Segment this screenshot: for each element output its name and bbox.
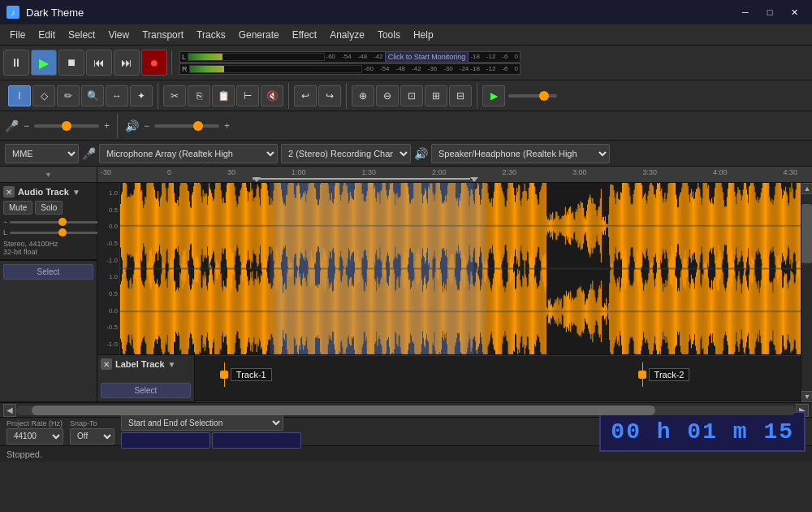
zoom-fit-project-button[interactable]: ⊡ [400,85,423,106]
mic-select[interactable]: Microphone Array (Realtek High [99,144,278,163]
menu-analyze[interactable]: Analyze [323,27,371,43]
track-info: Stereo, 44100Hz 32-bit float [3,240,93,256]
play-button[interactable]: ▶ [31,50,57,76]
menu-select[interactable]: Select [62,27,102,43]
playback-speed-slider[interactable] [508,94,557,98]
record-button[interactable]: ● [141,50,167,76]
skip-end-button[interactable]: ⏭ [114,50,140,76]
menu-edit[interactable]: Edit [32,27,62,43]
click-to-start-label[interactable]: Click to Start Monitoring [385,51,469,63]
solo-button[interactable]: Solo [35,201,63,215]
right-scrollbar[interactable]: ▲ ▼ [801,183,812,402]
redo-button[interactable]: ↪ [318,85,341,106]
selection-format-select[interactable]: Start and End of Selection [121,414,283,431]
label-track-waveform[interactable]: Track-1 Track-2 [195,355,801,401]
status-text: Stopped. [6,449,42,459]
skip-start-button[interactable]: ⏮ [86,50,112,76]
menu-bar: File Edit Select View Transport Tracks G… [0,24,812,46]
audio-track-select-button[interactable]: Select [3,264,93,280]
draw-tool-button[interactable]: ✏ [57,85,80,106]
menu-help[interactable]: Help [407,27,440,43]
zoom-in-button[interactable]: ⊕ [352,85,374,106]
h-scrollbar-track[interactable] [16,406,796,415]
playback-play-button[interactable]: ▶ [482,85,505,106]
undo-section: ↩ ↪ [289,83,347,109]
paste-button[interactable]: 📋 [212,85,235,106]
speaker-icon: 🔊 [125,119,139,132]
label-track-select-button[interactable]: Select [101,383,191,398]
speaker-minus-icon: − [144,120,149,132]
mute-button[interactable]: Mute [3,201,32,215]
speaker-volume-slider[interactable] [154,124,219,128]
gain-minus-icon: − [3,218,7,226]
zoom-fit-width-button[interactable]: ⊞ [425,85,447,106]
maximize-button[interactable]: □ [758,3,781,21]
timeshift-tool-button[interactable]: ↔ [106,85,128,106]
label-track-2-text: Track-2 [649,368,690,381]
waveform-canvas [120,183,801,354]
window-controls: ─ □ ✕ [734,3,806,21]
title-bar: ♪ Dark Theme ─ □ ✕ [0,0,812,24]
trim-button[interactable]: ⊢ [236,85,259,106]
copy-button[interactable]: ⎘ [188,85,210,106]
scroll-left-button[interactable]: ◀ [3,404,16,417]
pan-l-label: L [3,228,7,236]
app-icon: ♪ [6,6,19,19]
zoom-tool-button[interactable]: 🔍 [81,85,104,106]
menu-tools[interactable]: Tools [371,27,407,43]
mic-icon: 🎤 [5,119,19,132]
cut-button[interactable]: ✂ [163,85,186,106]
menu-transport[interactable]: Transport [136,27,190,43]
multi-tool-button[interactable]: ✦ [130,85,153,106]
zoom-section: ⊕ ⊖ ⊡ ⊞ ⊟ [347,83,477,109]
v-scrollbar-track[interactable] [801,194,812,391]
menu-file[interactable]: File [3,27,32,43]
audio-track-panel: ✕ Audio Track ▼ Mute Solo − + L R Stereo… [0,183,97,402]
sep-1 [117,114,118,138]
menu-view[interactable]: View [102,27,136,43]
h-scrollbar-area: ◀ ▶ [0,402,812,417]
stop-button[interactable]: ■ [58,50,84,76]
silence-button[interactable]: 🔇 [261,85,283,106]
audio-track-close-button[interactable]: ✕ [3,186,15,197]
undo-button[interactable]: ↩ [294,85,317,106]
audio-track-dropdown-icon[interactable]: ▼ [72,188,80,197]
snap-to-label: Snap-To [70,419,114,427]
label-track-name: Label Track [115,359,165,369]
volume-toolbar: 🎤 − + 🔊 − + [0,111,812,140]
v-scrollbar-thumb[interactable] [801,204,812,263]
scroll-up-button[interactable]: ▲ [801,183,812,194]
envelope-tool-button[interactable]: ◇ [32,85,55,106]
ruler-marks-container: -300301:001:302:002:303:003:304:004:30 [97,167,801,182]
select-tool-button[interactable]: I [8,85,31,106]
h-scrollbar-thumb[interactable] [32,406,655,415]
clipboard-section: ✂ ⎘ 📋 ⊢ 🔇 [158,83,289,109]
pause-button[interactable]: ⏸ [3,50,29,76]
time-display: 00 h 01 m 15 [599,411,806,452]
level-meters: L -60-54-48-42 Click to Start Monitoring… [176,51,524,75]
label-track-1: Track-1 [219,375,272,381]
audio-track-waveform[interactable]: 1.0 0.5 0.0 -0.5 -1.0 1.0 0.5 0.0 -0.5 -… [97,183,801,355]
zoom-out-button[interactable]: ⊖ [376,85,399,106]
label-track-close-button[interactable]: ✕ [101,358,112,370]
level-meter-left: L -60-54-48-42 Click to Start Monitoring… [179,51,520,63]
scroll-down-button[interactable]: ▼ [801,391,812,402]
mic-volume-slider[interactable] [34,124,99,128]
channels-select[interactable]: 2 (Stereo) Recording Char [281,144,411,163]
window-title: Dark Theme [26,7,734,19]
speaker-select[interactable]: Speaker/Headphone (Realtek High [431,144,610,163]
project-rate-label: Project Rate (Hz) [6,419,63,427]
menu-tracks[interactable]: Tracks [190,27,232,43]
selection-end-input[interactable]: 00 h 02 m 20.628 s [212,432,301,449]
snap-to-select[interactable]: Off On [70,428,114,445]
close-button[interactable]: ✕ [783,3,806,21]
zoom-toggle-button[interactable]: ⊟ [449,85,472,106]
minimize-button[interactable]: ─ [734,3,757,21]
selection-start-input[interactable]: 00 h 01 m 15.183 s [121,432,210,449]
host-select[interactable]: MME DirectSound WASAPI [5,144,79,163]
menu-generate[interactable]: Generate [232,27,286,43]
label-track-row: ✕ Label Track ▼ Select Track-1 Tr [97,355,801,402]
label-track-dropdown-icon[interactable]: ▼ [168,360,176,369]
project-rate-select[interactable]: 44100 48000 96000 [6,428,63,445]
menu-effect[interactable]: Effect [286,27,323,43]
